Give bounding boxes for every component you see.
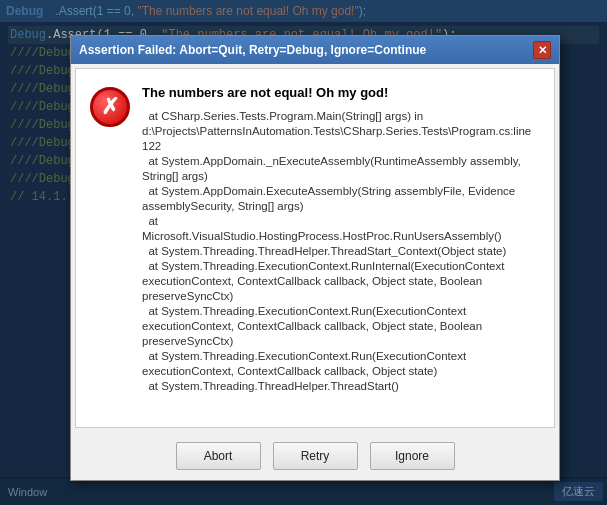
dialog-footer: Abort Retry Ignore <box>71 432 559 480</box>
error-title: The numbers are not equal! Oh my god! <box>142 85 540 101</box>
error-icon-circle: ✗ <box>90 87 130 127</box>
ignore-button[interactable]: Ignore <box>370 442 455 470</box>
dialog-body: ✗ The numbers are not equal! Oh my god! … <box>75 68 555 428</box>
dialog-text-content: The numbers are not equal! Oh my god! at… <box>142 85 540 411</box>
stack-trace: at CSharp.Series.Tests.Program.Main(Stri… <box>142 109 540 394</box>
dialog-title: Assertion Failed: Abort=Quit, Retry=Debu… <box>79 43 426 57</box>
retry-button[interactable]: Retry <box>273 442 358 470</box>
dialog-titlebar: Assertion Failed: Abort=Quit, Retry=Debu… <box>71 36 559 64</box>
abort-button[interactable]: Abort <box>176 442 261 470</box>
error-icon: ✗ <box>90 87 130 127</box>
dialog-close-button[interactable]: ✕ <box>533 41 551 59</box>
assertion-dialog: Assertion Failed: Abort=Quit, Retry=Debu… <box>70 35 560 481</box>
